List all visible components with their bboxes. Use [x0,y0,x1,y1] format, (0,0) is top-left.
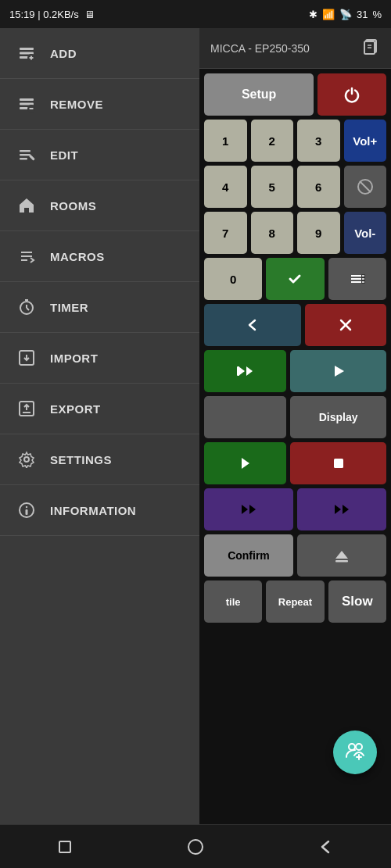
sidebar: ADD REMOVE [0,28,199,824]
repeat-button[interactable]: Repeat [266,580,324,623]
svg-point-50 [356,744,362,750]
sidebar-label-macros: MACROS [50,250,105,263]
power-button[interactable] [317,73,386,116]
mute-button[interactable] [344,166,387,208]
remote-grid: Setup 1 2 3 Vol+ 4 5 6 [199,69,391,627]
status-time: 15:19 [9,9,35,20]
screen-icon: 🖥 [84,9,95,20]
nav-home-button[interactable] [172,831,219,863]
btn-row-7 [204,350,386,392]
timer-icon [16,296,38,318]
macros-icon [16,245,38,267]
btn-2[interactable]: 2 [251,120,294,162]
remote-header: MICCA - EP250-350 [199,28,391,69]
svg-rect-5 [30,56,32,60]
export-icon [16,398,38,420]
remote-title: MICCA - EP250-350 [210,42,310,55]
sidebar-item-remove[interactable]: REMOVE [0,79,199,130]
fab-button[interactable] [333,730,377,774]
svg-rect-13 [20,158,27,160]
display-button[interactable]: Display [290,396,386,438]
btn-9[interactable]: 9 [297,212,340,254]
sidebar-label-information: INFORMATION [50,504,136,517]
svg-line-20 [27,308,29,310]
sidebar-item-rooms[interactable]: ROOMS [0,180,199,231]
ok-button[interactable] [266,258,324,300]
sidebar-item-add[interactable]: ADD [0,28,199,79]
import-icon [16,347,38,369]
svg-rect-30 [26,509,28,515]
play2-button[interactable] [204,442,286,484]
sidebar-item-timer[interactable]: TIMER [0,282,199,333]
eject-button[interactable] [297,534,386,577]
nav-back-button[interactable] [303,831,350,863]
fast-fwd-button[interactable] [297,488,386,530]
btn-row-6 [204,304,386,346]
svg-rect-0 [20,48,34,50]
main-layout: ADD REMOVE [0,28,391,824]
sidebar-item-information[interactable]: INFORMATION [0,485,199,536]
btn-row-10 [204,488,386,530]
svg-point-54 [188,840,203,854]
svg-rect-14 [29,155,35,161]
btn-row-9 [204,442,386,484]
setup-button[interactable]: Setup [204,73,314,116]
btn-5[interactable]: 5 [251,166,294,208]
sidebar-item-export[interactable]: EXPORT [0,384,199,434]
sidebar-label-edit: EDIT [50,148,78,162]
sidebar-label-add: ADD [50,47,77,60]
svg-point-29 [26,506,27,508]
menu-button[interactable] [328,258,386,300]
btn-0[interactable]: 0 [204,258,262,300]
play-button[interactable] [290,350,386,392]
information-icon [16,499,38,521]
btn-row-1: Setup [204,73,386,116]
btn-row-2: 1 2 3 Vol+ [204,120,386,162]
sidebar-label-remove: REMOVE [50,98,103,111]
status-right: ✱ 📶 📡 31 % [309,9,382,20]
svg-line-36 [360,181,371,192]
sidebar-label-export: EXPORT [50,402,101,416]
svg-rect-11 [20,150,30,152]
btn-4[interactable]: 4 [204,166,247,208]
svg-rect-53 [59,841,70,852]
btn-8[interactable]: 8 [251,212,294,254]
vol-plus-button[interactable]: Vol+ [344,120,387,162]
btn-1[interactable]: 1 [204,120,247,162]
sidebar-label-timer: TIMER [50,301,88,314]
stop-red-button[interactable] [290,442,386,484]
vol-minus-button[interactable]: Vol- [344,212,387,254]
btn-6[interactable]: 6 [297,166,340,208]
svg-rect-6 [20,98,34,101]
signal-icon: 📶 [322,9,335,20]
sidebar-item-macros[interactable]: MACROS [0,231,199,282]
btn-row-3: 4 5 6 [204,166,386,208]
svg-rect-47 [334,459,343,468]
svg-rect-46 [237,366,239,376]
status-bar: 15:19 | 0.2KB/s 🖥 ✱ 📶 📡 31 % [0,0,391,28]
svg-rect-48 [335,560,348,563]
remote-copy-icon[interactable] [361,37,380,60]
sidebar-label-import: IMPORT [50,352,98,365]
svg-rect-12 [20,154,30,156]
rewind-button[interactable] [204,350,286,392]
sidebar-label-settings: SETTINGS [50,453,112,466]
stop-button[interactable] [305,304,386,346]
fast-back-button[interactable] [204,488,293,530]
sidebar-item-import[interactable]: IMPORT [0,333,199,384]
sidebar-item-settings[interactable]: SETTINGS [0,434,199,485]
status-time-data: 15:19 | 0.2KB/s 🖥 [9,9,95,20]
btn-7[interactable]: 7 [204,212,247,254]
btn-3[interactable]: 3 [297,120,340,162]
sidebar-item-edit[interactable]: EDIT [0,130,199,180]
confirm-button[interactable]: Confirm [204,534,293,577]
back-button[interactable] [204,304,301,346]
btn-row-4: 7 8 9 Vol- [204,212,386,254]
input-button[interactable] [204,396,286,438]
svg-rect-10 [30,108,34,109]
wifi-icon: 📡 [339,9,352,20]
slow-button[interactable]: Slow [328,580,386,623]
battery-level: 31 [357,9,368,20]
nav-square-button[interactable] [41,831,88,863]
tile-button[interactable]: tile [204,580,262,623]
